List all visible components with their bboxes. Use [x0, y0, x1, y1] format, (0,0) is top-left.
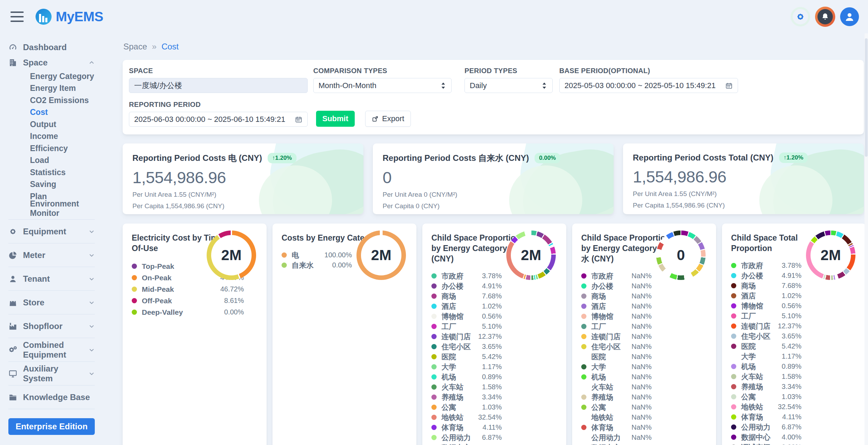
sidebar-item-saving[interactable]: Saving: [8, 179, 95, 191]
legend-item[interactable]: 酒店 1.02%: [431, 301, 502, 311]
legend-item[interactable]: 办公楼 4.91%: [431, 281, 502, 291]
legend-item[interactable]: 地铁站 32.54%: [431, 412, 502, 422]
sidebar-item-knowledge-base[interactable]: Knowledge Base: [8, 385, 95, 409]
legend-item[interactable]: 数据中心 4.00%: [431, 443, 502, 445]
legend-item[interactable]: 体育场 4.11%: [731, 412, 801, 422]
legend-item[interactable]: 工厂 5.10%: [731, 311, 801, 321]
legend-item[interactable]: 火车站 1.58%: [431, 382, 502, 392]
base-period-input[interactable]: 2025-05-03 00:00:00 ~ 2025-05-10 15:49:2…: [559, 78, 738, 93]
donut-chart[interactable]: 2M: [356, 231, 406, 280]
legend-item[interactable]: 体育场 NaN%: [581, 422, 652, 432]
legend-item[interactable]: 公用动力 6.87%: [731, 422, 801, 432]
notifications-button[interactable]: [815, 7, 835, 27]
legend-item[interactable]: 机场 0.89%: [731, 361, 801, 372]
legend-item[interactable]: 自来水 0.00%: [282, 260, 352, 270]
legend-item[interactable]: 大学 1.17%: [731, 351, 801, 361]
sidebar-item-space[interactable]: Space: [8, 55, 95, 70]
breadcrumb-current[interactable]: Cost: [161, 42, 178, 52]
legend-item[interactable]: 酒店 1.02%: [731, 291, 801, 301]
settings-button[interactable]: [791, 7, 810, 26]
sidebar-item-load[interactable]: Load: [8, 155, 95, 167]
submit-button[interactable]: Submit: [316, 111, 355, 127]
legend-item[interactable]: 办公楼 4.91%: [731, 271, 801, 281]
legend-item[interactable]: 商场 7.68%: [731, 281, 801, 291]
legend-item[interactable]: 住宅小区 3.65%: [731, 331, 801, 341]
legend-item[interactable]: 连锁门店 NaN%: [581, 331, 652, 342]
sidebar-item-cost[interactable]: Cost: [8, 107, 95, 119]
legend-item[interactable]: 机场 NaN%: [581, 372, 652, 382]
legend-item[interactable]: 养殖场 3.34%: [431, 392, 502, 402]
legend-item[interactable]: 养殖场 NaN%: [581, 392, 652, 402]
user-avatar[interactable]: [840, 7, 859, 26]
legend-item[interactable]: 地铁站 32.54%: [731, 402, 801, 412]
sidebar-item-shopfloor[interactable]: Shopfloor: [8, 314, 95, 338]
donut-chart[interactable]: 2M: [806, 231, 855, 280]
sidebar-item-co2-emissions[interactable]: CO2 Emissions: [8, 94, 95, 107]
legend-item[interactable]: 工厂 5.10%: [431, 321, 502, 331]
comparison-types-select[interactable]: Month-On-Month: [313, 78, 452, 93]
legend-item[interactable]: 火车站 NaN%: [581, 382, 652, 392]
brand-logo[interactable]: MyEMS: [36, 9, 103, 25]
legend-item[interactable]: 公用动力 NaN%: [581, 432, 652, 443]
sidebar-item-dashboard[interactable]: Dashboard: [8, 40, 95, 55]
legend-item[interactable]: 养殖场 3.34%: [731, 382, 801, 392]
enterprise-edition-button[interactable]: Enterprise Edition: [8, 418, 95, 435]
legend-item[interactable]: 体育场 4.11%: [431, 422, 502, 432]
legend-item[interactable]: 大学 1.17%: [431, 362, 502, 372]
legend-item[interactable]: 数据中心 4.00%: [731, 432, 801, 442]
donut-chart[interactable]: 0: [656, 231, 706, 280]
sidebar-item-combined-equipment[interactable]: Combined Equipment: [8, 338, 95, 361]
legend-item[interactable]: 市政府 3.78%: [431, 271, 502, 281]
sidebar-item-equipment[interactable]: Equipment: [8, 219, 95, 243]
sidebar-item-energy-item[interactable]: Energy Item: [8, 83, 95, 95]
sidebar-item-environment-monitor[interactable]: Environment Monitor: [8, 203, 95, 215]
legend-item[interactable]: 调试空间 0.00%: [731, 442, 801, 445]
legend-item[interactable]: 机场 0.89%: [431, 372, 502, 382]
legend-item[interactable]: 市政府 3.78%: [731, 260, 801, 271]
scrollbar[interactable]: [865, 33, 868, 445]
legend-item[interactable]: 医院 5.42%: [431, 352, 502, 362]
legend-item[interactable]: 办公楼 NaN%: [581, 281, 652, 291]
sidebar-item-energy-category[interactable]: Energy Category: [8, 70, 95, 83]
menu-toggle-button[interactable]: [10, 11, 24, 22]
legend-item[interactable]: 公用动力 6.87%: [431, 432, 502, 443]
legend-item[interactable]: 工厂 NaN%: [581, 321, 652, 331]
legend-item[interactable]: 博物馆 NaN%: [581, 311, 652, 321]
legend-item[interactable]: 火车站 1.58%: [731, 372, 801, 382]
sidebar-item-meter[interactable]: Meter: [8, 243, 95, 267]
legend-item[interactable]: 地铁站 NaN%: [581, 412, 652, 422]
legend-item[interactable]: 医院 NaN%: [581, 352, 652, 362]
legend-item[interactable]: 数据中心 NaN%: [581, 443, 652, 445]
export-button[interactable]: Export: [365, 111, 411, 127]
legend-item[interactable]: 电 100.00%: [282, 250, 352, 260]
space-input[interactable]: 一度城/办公楼: [129, 78, 308, 93]
legend-item[interactable]: 商场 NaN%: [581, 291, 652, 301]
legend-item[interactable]: Off-Peak 8.61%: [132, 295, 244, 306]
legend-item[interactable]: 连锁门店 12.37%: [431, 331, 502, 342]
legend-item[interactable]: Deep-Valley 0.00%: [132, 306, 244, 318]
sidebar-item-statistics[interactable]: Statistics: [8, 166, 95, 179]
legend-item[interactable]: 博物馆 0.56%: [431, 311, 502, 321]
breadcrumb-parent[interactable]: Space: [123, 42, 147, 52]
sidebar-item-output[interactable]: Output: [8, 118, 95, 131]
legend-item[interactable]: 公寓 NaN%: [581, 402, 652, 412]
legend-item[interactable]: 公寓 1.03%: [431, 402, 502, 412]
legend-item[interactable]: 商场 7.68%: [431, 291, 502, 301]
sidebar-item-efficiency[interactable]: Efficiency: [8, 142, 95, 155]
sidebar-item-tenant[interactable]: Tenant: [8, 267, 95, 290]
donut-chart[interactable]: 2M: [207, 231, 256, 280]
legend-item[interactable]: 连锁门店 12.37%: [731, 321, 801, 331]
legend-item[interactable]: 市政府 NaN%: [581, 271, 652, 281]
sidebar-item-income[interactable]: Income: [8, 131, 95, 143]
sidebar-item-store[interactable]: Store: [8, 290, 95, 314]
sidebar-item-auxiliary-system[interactable]: Auxiliary System: [8, 361, 95, 385]
donut-chart[interactable]: 2M: [506, 231, 556, 280]
legend-item[interactable]: 住宅小区 3.65%: [431, 342, 502, 352]
period-types-select[interactable]: Daily: [464, 78, 553, 93]
legend-item[interactable]: 博物馆 0.56%: [731, 301, 801, 311]
reporting-period-input[interactable]: 2025-06-03 00:00:00 ~ 2025-06-10 15:49:2…: [129, 112, 308, 127]
legend-item[interactable]: Mid-Peak 46.72%: [132, 283, 244, 295]
legend-item[interactable]: 医院 5.42%: [731, 341, 801, 351]
legend-item[interactable]: 住宅小区 NaN%: [581, 342, 652, 352]
legend-item[interactable]: 酒店 NaN%: [581, 301, 652, 311]
